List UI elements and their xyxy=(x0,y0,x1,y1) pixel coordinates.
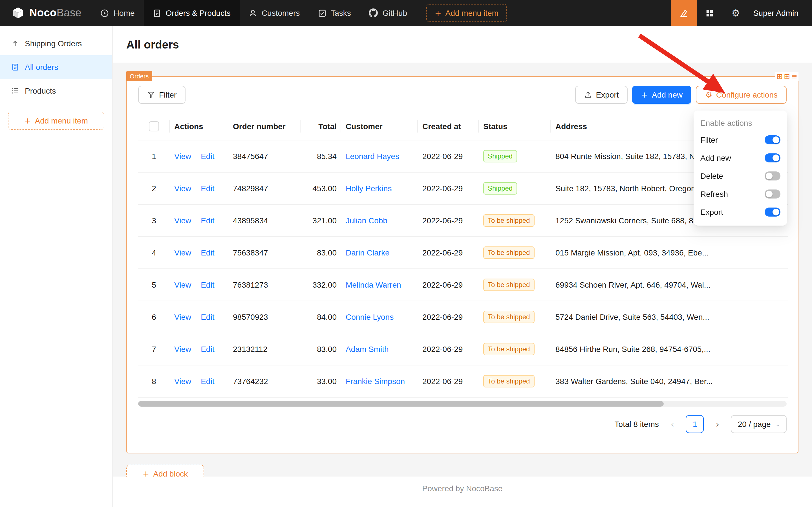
sidebar-item-products[interactable]: Products xyxy=(0,79,112,103)
status-badge: Shipped xyxy=(483,150,517,163)
settings-button[interactable]: ⚙ xyxy=(723,0,749,26)
column-header-created-at: Created at xyxy=(418,113,479,140)
nocobase-logo[interactable]: NocoBase xyxy=(0,6,92,20)
view-link[interactable]: View xyxy=(174,377,191,386)
toggle-knob xyxy=(772,209,779,215)
sidebar-item-all-orders[interactable]: All orders xyxy=(0,55,112,79)
toggle-knob xyxy=(772,155,779,161)
export-toggle[interactable] xyxy=(765,208,780,217)
sidebar-item-label: Shipping Orders xyxy=(25,39,82,48)
edit-link[interactable]: Edit xyxy=(201,377,214,386)
row-index: 6 xyxy=(152,313,156,322)
sidebar-item-label: Products xyxy=(25,86,56,95)
block-add-icon[interactable]: ⊞ xyxy=(784,72,790,81)
created-at-cell: 2022-06-29 xyxy=(418,269,479,301)
next-page-button[interactable]: › xyxy=(708,415,727,434)
page-size-select[interactable]: 20 / page ⌄ xyxy=(731,415,787,434)
add-new-toggle[interactable] xyxy=(765,153,780,162)
toggle-knob xyxy=(766,190,772,198)
customer-link[interactable]: Frankie Simpson xyxy=(346,377,405,386)
main-area: All orders Orders ⊞ ⊞ ≡ xyxy=(113,26,812,507)
horizontal-scrollbar-thumb[interactable] xyxy=(138,401,663,407)
customer-link[interactable]: Julian Cobb xyxy=(346,216,387,225)
all-orders-icon xyxy=(11,63,19,71)
view-link[interactable]: View xyxy=(174,313,191,322)
total-cell: 83.00 xyxy=(300,237,341,269)
sidebar-item-shipping-orders[interactable]: Shipping Orders xyxy=(0,32,112,55)
nav-item-home[interactable]: Home xyxy=(92,0,144,26)
export-button-label: Export xyxy=(596,90,619,99)
order-number-cell: 74829847 xyxy=(228,173,300,205)
page-number-button[interactable]: 1 xyxy=(686,415,704,434)
row-index: 1 xyxy=(152,152,156,161)
horizontal-scrollbar-track[interactable] xyxy=(138,401,787,407)
view-link[interactable]: View xyxy=(174,280,191,289)
dropdown-item-add-new[interactable]: Add new xyxy=(694,149,787,167)
view-link[interactable]: View xyxy=(174,184,191,193)
page-footer: Powered by NocoBase xyxy=(113,476,812,507)
edit-link[interactable]: Edit xyxy=(201,152,214,161)
user-menu[interactable]: Super Admin xyxy=(749,8,812,17)
view-link[interactable]: View xyxy=(174,152,191,161)
customer-link[interactable]: Melinda Warren xyxy=(346,281,401,290)
add-new-button[interactable]: + Add new xyxy=(632,86,692,104)
divider xyxy=(196,153,196,161)
dropdown-item-export[interactable]: Export xyxy=(694,203,787,221)
total-cell: 83.00 xyxy=(300,333,341,365)
divider xyxy=(196,249,196,258)
navbar-add-menu-item-button[interactable]: + Add menu item xyxy=(426,4,507,22)
customer-link[interactable]: Connie Lyons xyxy=(346,313,394,322)
configure-actions-button[interactable]: ⚙ Configure actions xyxy=(696,86,787,104)
view-link[interactable]: View xyxy=(174,345,191,354)
total-cell: 453.00 xyxy=(300,173,341,205)
refresh-toggle[interactable] xyxy=(765,189,780,199)
edit-link[interactable]: Edit xyxy=(201,216,214,225)
nav-item-github[interactable]: GitHub xyxy=(360,0,416,26)
view-link[interactable]: View xyxy=(174,248,191,257)
export-button[interactable]: Export xyxy=(575,86,628,104)
filter-button[interactable]: Filter xyxy=(138,86,185,104)
customer-link[interactable]: Holly Perkins xyxy=(346,184,392,193)
column-header-status: Status xyxy=(479,113,551,140)
sidebar-add-menu-item-button[interactable]: + Add menu item xyxy=(8,112,104,130)
edit-link[interactable]: Edit xyxy=(201,313,214,322)
divider xyxy=(196,282,196,290)
customer-link[interactable]: Darin Clarke xyxy=(346,248,390,258)
prev-page-button[interactable]: ‹ xyxy=(663,415,682,434)
select-all-checkbox[interactable] xyxy=(149,121,159,132)
created-at-cell: 2022-06-29 xyxy=(418,140,479,173)
block-menu-icon[interactable]: ≡ xyxy=(791,72,797,81)
nav-item-customers[interactable]: Customers xyxy=(240,0,309,26)
plus-icon: + xyxy=(641,90,648,99)
view-link[interactable]: View xyxy=(174,216,191,225)
nav-item-orders-products[interactable]: Orders & Products xyxy=(144,0,240,26)
dropdown-item-refresh[interactable]: Refresh xyxy=(694,185,787,203)
edit-link[interactable]: Edit xyxy=(201,280,214,289)
dropdown-item-delete[interactable]: Delete xyxy=(694,167,787,185)
edit-link[interactable]: Edit xyxy=(201,345,214,354)
toggle-knob xyxy=(772,136,779,143)
edit-link[interactable]: Edit xyxy=(201,184,214,193)
dropdown-item-filter[interactable]: Filter xyxy=(694,131,787,149)
filter-toggle[interactable] xyxy=(765,135,780,145)
nav-item-tasks[interactable]: Tasks xyxy=(309,0,360,26)
block-drag-icon[interactable]: ⊞ xyxy=(777,72,783,81)
plugins-grid-button[interactable] xyxy=(697,0,723,26)
ui-editor-button[interactable] xyxy=(671,0,697,26)
orders-products-icon xyxy=(153,9,161,17)
created-at-cell: 2022-06-29 xyxy=(418,173,479,205)
edit-link[interactable]: Edit xyxy=(201,248,214,257)
products-list-icon xyxy=(11,87,19,95)
filter-button-label: Filter xyxy=(159,90,176,99)
customer-link[interactable]: Leonard Hayes xyxy=(346,152,399,161)
table-row: 2 ViewEdit 74829847 453.00 Holly Perkins… xyxy=(138,173,788,205)
chevron-down-icon: ⌄ xyxy=(775,421,780,428)
total-cell: 321.00 xyxy=(300,205,341,237)
customer-link[interactable]: Adam Smith xyxy=(346,345,389,354)
page-header: All orders xyxy=(113,26,812,63)
delete-toggle[interactable] xyxy=(765,171,780,180)
add-block-label: Add block xyxy=(153,469,188,476)
add-block-button[interactable]: + Add block xyxy=(126,465,204,476)
total-cell: 332.00 xyxy=(300,269,341,301)
configure-actions-dropdown: Enable actions Filter Add new Delete Ref… xyxy=(694,111,787,226)
